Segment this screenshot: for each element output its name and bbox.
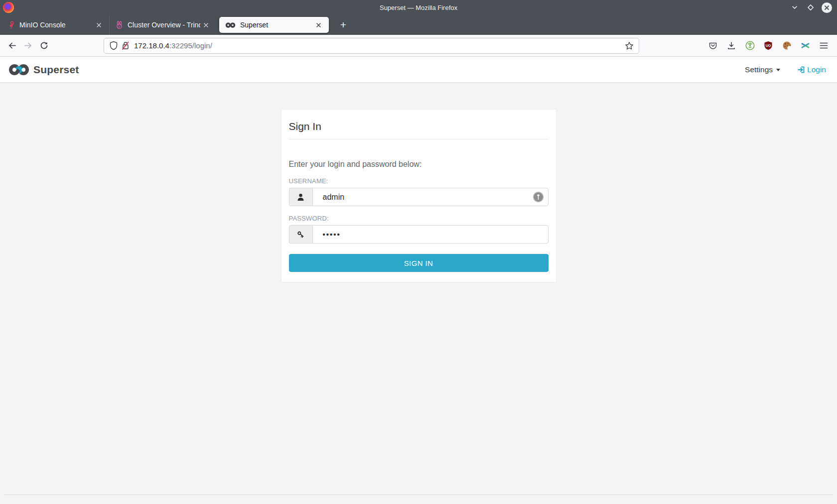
svg-text:UO: UO — [766, 44, 771, 47]
reload-icon[interactable] — [36, 38, 52, 54]
page-body: Sign In Enter your login and password be… — [0, 83, 837, 504]
user-icon — [289, 188, 312, 206]
superset-logo-icon — [8, 63, 30, 76]
ublock-origin-extension-icon[interactable]: UO — [761, 38, 776, 53]
username-label: USERNAME: — [289, 177, 549, 185]
new-tab-button[interactable]: + — [336, 17, 351, 32]
password-input-group — [289, 225, 549, 244]
bookmark-star-icon[interactable] — [625, 41, 634, 50]
close-icon[interactable] — [822, 2, 832, 13]
cookie-extension-icon[interactable] — [779, 38, 794, 53]
window-titlebar: Superset — Mozilla Firefox — [0, 0, 837, 15]
url-path: :32295/login/ — [169, 41, 212, 50]
sparkle-extension-icon[interactable] — [798, 38, 813, 53]
sign-in-card: Sign In Enter your login and password be… — [281, 109, 557, 282]
maximize-icon[interactable] — [806, 2, 816, 12]
tab-close-icon[interactable] — [93, 19, 104, 30]
sign-in-prompt: Enter your login and password below: — [289, 160, 549, 169]
insecure-lock-icon[interactable] — [121, 41, 130, 50]
login-link[interactable]: Login — [797, 65, 826, 74]
tracking-shield-icon[interactable] — [109, 41, 118, 50]
tab-trino-cluster-overview[interactable]: Cluster Overview - Trino — [109, 15, 216, 35]
username-input-group — [289, 188, 549, 206]
tab-close-icon[interactable] — [313, 19, 324, 30]
superset-infinity-icon — [225, 22, 236, 28]
login-label: Login — [807, 65, 826, 74]
minimize-icon[interactable] — [790, 2, 800, 12]
password-input[interactable] — [312, 225, 549, 244]
toolbar-icon-cluster: UO — [705, 38, 833, 53]
password-label: PASSWORD: — [289, 215, 549, 222]
superset-brand[interactable]: Superset — [8, 63, 79, 76]
password-manager-icon[interactable] — [533, 191, 544, 203]
username-input[interactable] — [312, 188, 549, 206]
settings-menu[interactable]: Settings — [745, 65, 780, 74]
settings-label: Settings — [745, 65, 773, 74]
minio-flamingo-icon — [8, 21, 15, 29]
privacy-badger-extension-icon[interactable] — [742, 38, 757, 53]
key-icon — [289, 225, 312, 244]
chevron-down-icon — [776, 69, 780, 71]
url-host: 172.18.0.4 — [134, 41, 169, 50]
tab-close-icon[interactable] — [200, 19, 211, 30]
tab-superset[interactable]: Superset — [219, 17, 329, 33]
navbar-right: Settings Login — [745, 65, 829, 74]
sign-in-icon — [797, 66, 805, 74]
back-icon[interactable] — [4, 38, 20, 54]
tab-label: Superset — [240, 21, 313, 29]
tab-label: Cluster Overview - Trino — [128, 21, 200, 29]
sign-in-title: Sign In — [289, 121, 549, 139]
download-icon[interactable] — [724, 38, 739, 53]
tab-bar: MinIO Console Cluster Overview - Trino S… — [0, 15, 837, 35]
superset-navbar: Superset Settings Login — [0, 57, 837, 83]
pocket-icon[interactable] — [705, 38, 720, 53]
tab-minio-console[interactable]: MinIO Console — [2, 15, 109, 35]
window-title: Superset — Mozilla Firefox — [0, 4, 837, 11]
trino-bunny-icon — [116, 21, 123, 29]
brand-text: Superset — [33, 64, 79, 76]
window-controls — [790, 2, 837, 13]
footer-divider — [4, 495, 833, 495]
url-text[interactable]: 172.18.0.4:32295/login/ — [134, 41, 625, 50]
browser-toolbar: 172.18.0.4:32295/login/ UO — [0, 35, 837, 57]
tab-label: MinIO Console — [19, 21, 93, 29]
forward-icon[interactable] — [20, 38, 36, 54]
url-bar[interactable]: 172.18.0.4:32295/login/ — [104, 38, 639, 54]
app-menu-icon[interactable] — [816, 38, 831, 53]
sign-in-button[interactable]: SIGN IN — [289, 254, 549, 272]
